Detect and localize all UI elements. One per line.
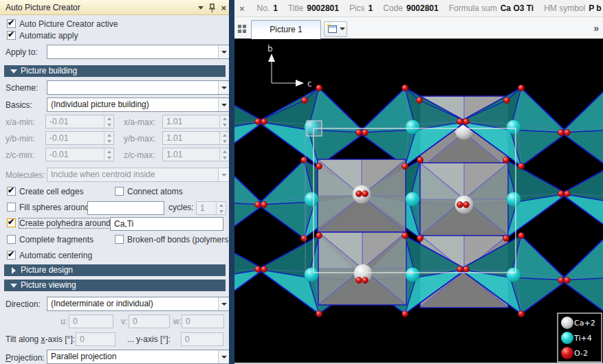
o-atom: [503, 236, 509, 242]
pin-icon[interactable]: [208, 3, 216, 12]
atom-selection-box: [307, 121, 322, 136]
apply-to-dropdown-icon[interactable]: [218, 45, 229, 58]
collapse-icon: [10, 284, 17, 288]
new-picture-dropdown-icon[interactable]: [340, 27, 345, 30]
checkbox-fill-spheres[interactable]: [7, 203, 16, 212]
spinner-icons: [219, 148, 229, 161]
o-atom: [463, 266, 470, 273]
panel-close-icon[interactable]: ×: [221, 3, 226, 12]
legend-Ca-sphere: [561, 317, 573, 329]
v-label: v:: [121, 317, 127, 326]
checkbox-connect-atoms[interactable]: [115, 187, 124, 196]
direction-dropdown-icon[interactable]: [218, 297, 229, 310]
cycles-field: 1: [196, 201, 226, 215]
tilt-y-label: ... y-axis [°]:: [127, 334, 171, 344]
spinner-icons: [104, 132, 113, 144]
checkbox-create-cell-edges[interactable]: [7, 187, 16, 196]
tio6-octahedron: [561, 236, 603, 314]
tio6-octahedron: [234, 88, 264, 166]
section-picture-design[interactable]: Picture design: [4, 264, 226, 276]
v-field: 0: [129, 315, 170, 328]
tile-pictures-icon[interactable]: [238, 25, 246, 33]
direction-combobox[interactable]: (Indeterminate or individual): [47, 297, 230, 311]
basics-combobox[interactable]: (Individual picture building): [47, 98, 230, 112]
panel-menu-icon[interactable]: [198, 6, 204, 10]
checkbox-automatic-apply[interactable]: [7, 31, 16, 40]
o-atom: [518, 311, 525, 317]
o-atom: [417, 157, 424, 163]
projection-dropdown-icon[interactable]: [218, 350, 229, 363]
o-atom: [564, 191, 571, 197]
checkbox-create-polyhedra[interactable]: [7, 218, 16, 227]
yb-min-label: y/b-min:: [6, 134, 35, 144]
tio6-octahedron: [561, 160, 603, 238]
legend-Ti-sphere: [561, 332, 573, 344]
legend-label: Ti+4: [573, 334, 592, 343]
axes-indicator: bc: [267, 44, 312, 89]
spinner-icons: [219, 132, 229, 144]
molecules-dropdown-icon: [218, 168, 229, 181]
toolbar-field-label: Code: [383, 3, 403, 13]
toolbar-field-label: Formula sum: [449, 3, 497, 13]
axis-b-label: b: [267, 44, 273, 54]
tilt-x-field: 0: [76, 332, 116, 346]
crystal-structure-canvas[interactable]: bcCa+2Ti+4O-2: [234, 39, 603, 364]
checkbox-connect-atoms-label: Connect atoms: [127, 187, 183, 196]
o-atom: [316, 311, 322, 317]
zc-min-label: z/c-min:: [6, 150, 34, 160]
close-structure-icon[interactable]: ×: [239, 3, 245, 14]
o-atom: [417, 98, 423, 104]
checkbox-fill-spheres-label: Fill spheres around:: [19, 203, 91, 212]
projection-label: Projection:: [6, 353, 45, 363]
checkbox-apc-active-label: Auto Picture Creator active: [19, 19, 118, 29]
checkbox-complete-fragments[interactable]: [7, 235, 16, 244]
panel-title-bar: Auto Picture Creator ×: [0, 0, 229, 15]
collapse-icon: [10, 69, 17, 73]
fill-spheres-field[interactable]: [87, 201, 164, 215]
yb-max-field: 1.01: [162, 131, 230, 145]
ti-atom: [507, 192, 521, 207]
panel-splitter[interactable]: [229, 0, 234, 364]
structure-viewport[interactable]: bcCa+2Ti+4O-2: [234, 39, 603, 364]
molecules-label: Molecules:: [6, 170, 45, 180]
o-atom: [301, 236, 307, 242]
xa-min-label: x/a-min:: [6, 117, 35, 127]
o-atom: [261, 119, 267, 125]
yb-max-label: y/b-max:: [124, 134, 155, 144]
checkbox-automatic-centering[interactable]: [7, 251, 16, 260]
o-atom: [457, 202, 463, 208]
checkbox-broken-bonds[interactable]: [115, 235, 124, 244]
u-field: 0: [69, 315, 113, 328]
spinner-icons: [216, 202, 226, 214]
section-picture-viewing[interactable]: Picture viewing: [4, 280, 226, 291]
tab-picture-1[interactable]: Picture 1: [251, 20, 321, 39]
o-atom: [518, 233, 525, 239]
o-atom: [457, 119, 463, 125]
toolbar-fields: No.1Title9002801Pics1Code9002801Formula …: [257, 3, 603, 13]
toolbar-field: No.1: [257, 3, 278, 13]
o-atom: [316, 85, 322, 91]
spinner-icons: [104, 148, 113, 161]
projection-combobox[interactable]: Parallel projection: [47, 350, 230, 364]
more-tabs-icon[interactable]: »: [593, 23, 599, 34]
toolbar-field: Code9002801: [383, 3, 438, 13]
scheme-combobox[interactable]: [47, 80, 230, 95]
o-atom: [402, 85, 408, 91]
polyhedra-atoms-field[interactable]: Ca,Ti: [110, 217, 223, 231]
w-label: w:: [173, 317, 182, 326]
tio6-octahedron: [234, 160, 264, 238]
auto-picture-creator-panel: Auto Picture Creator × Auto Picture Crea…: [0, 0, 229, 364]
ti-atom: [305, 268, 319, 282]
apply-to-combobox[interactable]: [47, 45, 230, 59]
ti-atom: [507, 120, 521, 135]
scheme-dropdown-icon[interactable]: [218, 81, 229, 94]
toolbar-field-value: Ca O3 Ti: [501, 3, 534, 13]
new-picture-button[interactable]: ✳: [324, 21, 347, 37]
o-atom: [402, 233, 408, 239]
basics-dropdown-icon[interactable]: [218, 98, 229, 111]
xa-min-field: -0.01: [45, 115, 114, 128]
checkbox-apc-active[interactable]: [7, 19, 16, 28]
xa-max-field: 1.01: [162, 115, 230, 128]
section-picture-building[interactable]: Picture building: [4, 65, 226, 77]
toolbar-field: Formula sumCa O3 Ti: [449, 3, 534, 13]
